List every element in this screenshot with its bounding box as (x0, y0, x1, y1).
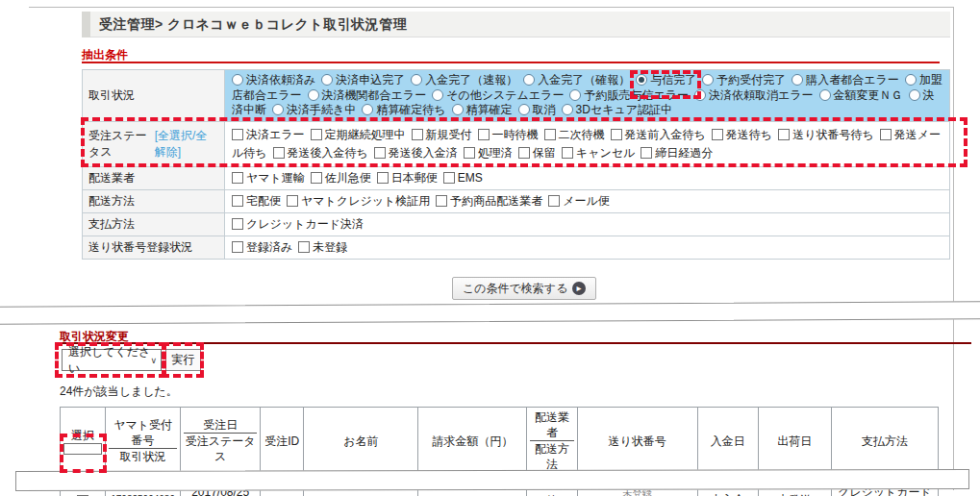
result-count-text: 24件が該当しました。 (60, 384, 178, 400)
radio-option[interactable]: 決済申込完了 (321, 73, 405, 87)
checkbox-icon[interactable] (412, 129, 423, 140)
column-header: ヤマト受付番号取引状況 (106, 408, 181, 475)
search-button[interactable]: この条件で検索する (452, 277, 596, 300)
checkbox-option[interactable]: 一時待機 (478, 128, 539, 141)
radio-icon[interactable] (569, 89, 581, 101)
checkbox-icon[interactable] (611, 129, 622, 140)
checkbox-option[interactable]: メール便 (548, 194, 610, 208)
radio-icon[interactable] (909, 89, 920, 101)
column-header: 入金日 (697, 408, 758, 475)
checkbox-icon[interactable] (478, 129, 490, 140)
checkbox-option[interactable]: 日本郵便 (377, 171, 438, 185)
checkbox-icon[interactable] (232, 241, 243, 253)
checkbox-icon[interactable] (712, 129, 723, 140)
checkbox-option[interactable]: 処理済 (464, 146, 513, 160)
radio-icon[interactable] (562, 104, 573, 115)
radio-option[interactable]: 決済機関都合エラー (308, 88, 427, 102)
checkbox-option[interactable]: 佐川急便 (311, 171, 371, 185)
radio-icon[interactable] (636, 74, 647, 86)
execute-button[interactable]: 実行 (165, 349, 201, 371)
checkbox-icon[interactable] (232, 195, 243, 207)
option-label: 一時待機 (492, 128, 539, 141)
checkbox-icon[interactable] (298, 241, 310, 253)
checkbox-icon[interactable] (232, 129, 243, 140)
checkbox-icon[interactable] (273, 147, 285, 159)
checkbox-option[interactable]: EMS (443, 171, 483, 185)
radio-icon[interactable] (518, 104, 530, 115)
checkbox-option[interactable]: 予約商品配送業者 (436, 194, 542, 208)
checkbox-icon[interactable] (311, 172, 322, 184)
select-all-checkbox[interactable] (63, 443, 102, 455)
checkbox-option[interactable]: 保留 (518, 146, 556, 160)
checkbox-icon[interactable] (232, 172, 243, 184)
column-header-label: ヤマト受付番号 (109, 417, 177, 449)
checkbox-option[interactable]: 新規受付 (412, 128, 472, 141)
radio-option[interactable]: 決済依頼取消エラー (694, 88, 814, 102)
checkbox-option[interactable]: キャンセル (562, 146, 635, 160)
checkbox-icon[interactable] (436, 195, 447, 207)
checkbox-icon[interactable] (232, 218, 243, 230)
radio-option[interactable]: 購入者都合エラー (792, 73, 899, 87)
checkbox-option[interactable]: 宅配便 (232, 194, 281, 208)
radio-icon[interactable] (321, 74, 333, 86)
radio-option[interactable]: 入金完了（確報） (523, 73, 630, 87)
checkbox-icon[interactable] (880, 129, 892, 140)
radio-icon[interactable] (905, 74, 917, 86)
option-label: 二次待機 (559, 128, 605, 141)
checkbox-icon[interactable] (562, 147, 573, 159)
radio-icon[interactable] (432, 89, 443, 101)
radio-icon[interactable] (362, 104, 373, 115)
checkbox-option[interactable]: ヤマトクレジット検証用 (287, 194, 430, 208)
radio-option[interactable]: 精算確定 (452, 103, 513, 116)
checkbox-option[interactable]: 送り状番号待ち (778, 128, 874, 141)
checkbox-icon[interactable] (464, 147, 475, 159)
checkbox-option[interactable]: 決済エラー (232, 128, 305, 141)
radio-icon[interactable] (232, 74, 243, 86)
status-change-dropdown[interactable]: 選択してください (62, 349, 162, 371)
checkbox-option[interactable]: 登録済み (232, 240, 292, 254)
checkbox-icon[interactable] (548, 195, 560, 207)
checkbox-option[interactable]: 未登録 (298, 240, 347, 254)
page: 受注管理> クロネコｗｅｂコレクト取引状況管理 抽出条件 取引状況 決済依頼済み… (0, 0, 980, 496)
checkbox-option[interactable]: 定期継続処理中 (311, 128, 406, 141)
radio-icon[interactable] (452, 104, 464, 115)
radio-icon[interactable] (694, 89, 706, 101)
radio-option[interactable]: 予約受付完了 (702, 73, 786, 87)
radio-icon[interactable] (819, 89, 831, 101)
radio-option[interactable]: 予約販売与信エラー (569, 88, 689, 102)
checkbox-option[interactable]: 発送後入金待ち (273, 146, 368, 160)
checkbox-icon[interactable] (778, 129, 790, 140)
checkbox-icon[interactable] (544, 129, 556, 140)
checkbox-option[interactable]: 発送後入金済 (374, 146, 458, 160)
radio-option[interactable]: 3Dセキュア認証中 (562, 103, 672, 116)
checkbox-icon[interactable] (311, 129, 322, 140)
radio-option[interactable]: 決済依頼済み (232, 73, 315, 87)
checkbox-option[interactable]: 発送前入金待ち (611, 128, 706, 141)
checkbox-icon[interactable] (641, 147, 652, 159)
checkbox-option[interactable]: ヤマト運輸 (232, 171, 305, 185)
checkbox-option[interactable]: 締日経過分 (641, 146, 713, 160)
radio-icon[interactable] (702, 74, 714, 86)
radio-option[interactable]: 取消 (518, 103, 556, 116)
checkbox-icon[interactable] (518, 147, 530, 159)
checkbox-icon[interactable] (374, 147, 386, 159)
radio-option[interactable]: 与信完了 (636, 73, 696, 87)
radio-option[interactable]: 入金完了（速報） (411, 73, 517, 87)
radio-icon[interactable] (792, 74, 803, 86)
checkbox-option[interactable]: 二次待機 (544, 128, 605, 141)
select-all-clear-links[interactable]: [全選択/全解除] (155, 128, 218, 161)
checkbox-icon[interactable] (443, 172, 455, 184)
checkbox-icon[interactable] (287, 195, 298, 207)
radio-icon[interactable] (272, 104, 284, 115)
radio-option[interactable]: 金額変更ＮＧ (819, 88, 903, 102)
radio-option[interactable]: その他システムエラー (432, 88, 564, 102)
checkbox-option[interactable]: クレジットカード決済 (232, 217, 364, 231)
radio-icon[interactable] (523, 74, 535, 86)
radio-icon[interactable] (411, 74, 422, 86)
radio-option[interactable]: 決済手続き中 (272, 103, 356, 116)
radio-icon[interactable] (308, 89, 319, 101)
checkbox-icon[interactable] (377, 172, 389, 184)
radio-option[interactable]: 精算確定待ち (362, 103, 445, 116)
checkbox-option[interactable]: 発送待ち (712, 128, 772, 141)
option-label: ヤマト運輸 (246, 171, 305, 185)
